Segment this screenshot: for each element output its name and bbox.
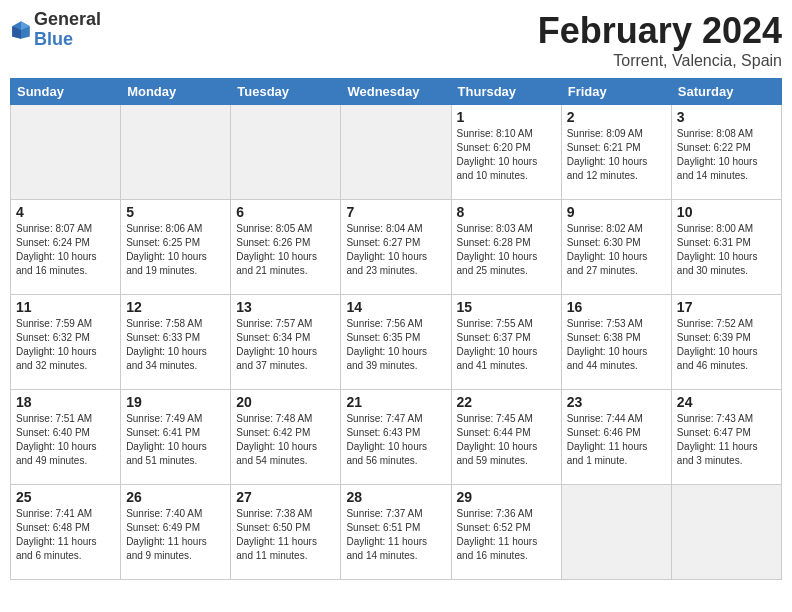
cell-info: Sunrise: 7:59 AM Sunset: 6:32 PM Dayligh… xyxy=(16,317,115,373)
day-number: 6 xyxy=(236,204,335,220)
cell-info: Sunrise: 7:53 AM Sunset: 6:38 PM Dayligh… xyxy=(567,317,666,373)
logo-blue-text: Blue xyxy=(34,29,73,49)
day-number: 26 xyxy=(126,489,225,505)
day-number: 21 xyxy=(346,394,445,410)
cal-cell xyxy=(11,105,121,200)
day-number: 12 xyxy=(126,299,225,315)
cal-cell xyxy=(671,485,781,580)
cal-cell: 11Sunrise: 7:59 AM Sunset: 6:32 PM Dayli… xyxy=(11,295,121,390)
cell-info: Sunrise: 7:43 AM Sunset: 6:47 PM Dayligh… xyxy=(677,412,776,468)
week-row-1: 4Sunrise: 8:07 AM Sunset: 6:24 PM Daylig… xyxy=(11,200,782,295)
cal-cell: 21Sunrise: 7:47 AM Sunset: 6:43 PM Dayli… xyxy=(341,390,451,485)
cal-cell: 4Sunrise: 8:07 AM Sunset: 6:24 PM Daylig… xyxy=(11,200,121,295)
cal-cell: 9Sunrise: 8:02 AM Sunset: 6:30 PM Daylig… xyxy=(561,200,671,295)
day-number: 17 xyxy=(677,299,776,315)
cell-info: Sunrise: 8:10 AM Sunset: 6:20 PM Dayligh… xyxy=(457,127,556,183)
cal-cell: 29Sunrise: 7:36 AM Sunset: 6:52 PM Dayli… xyxy=(451,485,561,580)
cal-cell xyxy=(561,485,671,580)
cal-cell: 27Sunrise: 7:38 AM Sunset: 6:50 PM Dayli… xyxy=(231,485,341,580)
day-number: 20 xyxy=(236,394,335,410)
cal-cell xyxy=(121,105,231,200)
day-number: 29 xyxy=(457,489,556,505)
day-number: 1 xyxy=(457,109,556,125)
cal-cell: 19Sunrise: 7:49 AM Sunset: 6:41 PM Dayli… xyxy=(121,390,231,485)
cell-info: Sunrise: 7:45 AM Sunset: 6:44 PM Dayligh… xyxy=(457,412,556,468)
day-header-monday: Monday xyxy=(121,79,231,105)
cell-info: Sunrise: 8:05 AM Sunset: 6:26 PM Dayligh… xyxy=(236,222,335,278)
days-header-row: SundayMondayTuesdayWednesdayThursdayFrid… xyxy=(11,79,782,105)
cal-cell: 25Sunrise: 7:41 AM Sunset: 6:48 PM Dayli… xyxy=(11,485,121,580)
week-row-4: 25Sunrise: 7:41 AM Sunset: 6:48 PM Dayli… xyxy=(11,485,782,580)
day-number: 15 xyxy=(457,299,556,315)
cal-cell: 2Sunrise: 8:09 AM Sunset: 6:21 PM Daylig… xyxy=(561,105,671,200)
cell-info: Sunrise: 7:58 AM Sunset: 6:33 PM Dayligh… xyxy=(126,317,225,373)
cal-cell: 3Sunrise: 8:08 AM Sunset: 6:22 PM Daylig… xyxy=(671,105,781,200)
day-header-tuesday: Tuesday xyxy=(231,79,341,105)
cal-cell: 17Sunrise: 7:52 AM Sunset: 6:39 PM Dayli… xyxy=(671,295,781,390)
day-number: 7 xyxy=(346,204,445,220)
cal-cell: 7Sunrise: 8:04 AM Sunset: 6:27 PM Daylig… xyxy=(341,200,451,295)
week-row-0: 1Sunrise: 8:10 AM Sunset: 6:20 PM Daylig… xyxy=(11,105,782,200)
day-number: 3 xyxy=(677,109,776,125)
cal-cell: 5Sunrise: 8:06 AM Sunset: 6:25 PM Daylig… xyxy=(121,200,231,295)
cell-info: Sunrise: 7:57 AM Sunset: 6:34 PM Dayligh… xyxy=(236,317,335,373)
cal-cell: 20Sunrise: 7:48 AM Sunset: 6:42 PM Dayli… xyxy=(231,390,341,485)
cell-info: Sunrise: 7:36 AM Sunset: 6:52 PM Dayligh… xyxy=(457,507,556,563)
day-header-wednesday: Wednesday xyxy=(341,79,451,105)
day-header-saturday: Saturday xyxy=(671,79,781,105)
day-number: 14 xyxy=(346,299,445,315)
day-number: 27 xyxy=(236,489,335,505)
calendar-table: SundayMondayTuesdayWednesdayThursdayFrid… xyxy=(10,78,782,580)
day-number: 11 xyxy=(16,299,115,315)
cell-info: Sunrise: 7:38 AM Sunset: 6:50 PM Dayligh… xyxy=(236,507,335,563)
cal-cell: 1Sunrise: 8:10 AM Sunset: 6:20 PM Daylig… xyxy=(451,105,561,200)
day-number: 8 xyxy=(457,204,556,220)
day-number: 13 xyxy=(236,299,335,315)
cal-cell: 16Sunrise: 7:53 AM Sunset: 6:38 PM Dayli… xyxy=(561,295,671,390)
cell-info: Sunrise: 8:04 AM Sunset: 6:27 PM Dayligh… xyxy=(346,222,445,278)
page: General Blue February 2024 Torrent, Vale… xyxy=(0,0,792,590)
cal-cell: 15Sunrise: 7:55 AM Sunset: 6:37 PM Dayli… xyxy=(451,295,561,390)
cell-info: Sunrise: 8:02 AM Sunset: 6:30 PM Dayligh… xyxy=(567,222,666,278)
cell-info: Sunrise: 8:09 AM Sunset: 6:21 PM Dayligh… xyxy=(567,127,666,183)
cell-info: Sunrise: 8:06 AM Sunset: 6:25 PM Dayligh… xyxy=(126,222,225,278)
cell-info: Sunrise: 7:55 AM Sunset: 6:37 PM Dayligh… xyxy=(457,317,556,373)
day-number: 16 xyxy=(567,299,666,315)
day-number: 28 xyxy=(346,489,445,505)
day-number: 19 xyxy=(126,394,225,410)
day-number: 9 xyxy=(567,204,666,220)
cal-cell: 12Sunrise: 7:58 AM Sunset: 6:33 PM Dayli… xyxy=(121,295,231,390)
cell-info: Sunrise: 8:07 AM Sunset: 6:24 PM Dayligh… xyxy=(16,222,115,278)
subtitle: Torrent, Valencia, Spain xyxy=(538,52,782,70)
cal-cell: 14Sunrise: 7:56 AM Sunset: 6:35 PM Dayli… xyxy=(341,295,451,390)
cell-info: Sunrise: 7:51 AM Sunset: 6:40 PM Dayligh… xyxy=(16,412,115,468)
cal-cell: 24Sunrise: 7:43 AM Sunset: 6:47 PM Dayli… xyxy=(671,390,781,485)
cell-info: Sunrise: 7:47 AM Sunset: 6:43 PM Dayligh… xyxy=(346,412,445,468)
cell-info: Sunrise: 7:56 AM Sunset: 6:35 PM Dayligh… xyxy=(346,317,445,373)
cell-info: Sunrise: 8:00 AM Sunset: 6:31 PM Dayligh… xyxy=(677,222,776,278)
logo-icon xyxy=(10,19,32,41)
day-header-sunday: Sunday xyxy=(11,79,121,105)
header: General Blue February 2024 Torrent, Vale… xyxy=(10,10,782,70)
cell-info: Sunrise: 7:41 AM Sunset: 6:48 PM Dayligh… xyxy=(16,507,115,563)
cal-cell: 22Sunrise: 7:45 AM Sunset: 6:44 PM Dayli… xyxy=(451,390,561,485)
week-row-2: 11Sunrise: 7:59 AM Sunset: 6:32 PM Dayli… xyxy=(11,295,782,390)
cal-cell: 26Sunrise: 7:40 AM Sunset: 6:49 PM Dayli… xyxy=(121,485,231,580)
day-header-friday: Friday xyxy=(561,79,671,105)
cell-info: Sunrise: 7:49 AM Sunset: 6:41 PM Dayligh… xyxy=(126,412,225,468)
cell-info: Sunrise: 8:03 AM Sunset: 6:28 PM Dayligh… xyxy=(457,222,556,278)
main-title: February 2024 xyxy=(538,10,782,52)
day-number: 25 xyxy=(16,489,115,505)
cell-info: Sunrise: 7:44 AM Sunset: 6:46 PM Dayligh… xyxy=(567,412,666,468)
cal-cell: 18Sunrise: 7:51 AM Sunset: 6:40 PM Dayli… xyxy=(11,390,121,485)
cal-cell: 8Sunrise: 8:03 AM Sunset: 6:28 PM Daylig… xyxy=(451,200,561,295)
logo-general-text: General xyxy=(34,9,101,29)
cell-info: Sunrise: 7:37 AM Sunset: 6:51 PM Dayligh… xyxy=(346,507,445,563)
cal-cell: 23Sunrise: 7:44 AM Sunset: 6:46 PM Dayli… xyxy=(561,390,671,485)
week-row-3: 18Sunrise: 7:51 AM Sunset: 6:40 PM Dayli… xyxy=(11,390,782,485)
logo: General Blue xyxy=(10,10,101,50)
cal-cell: 13Sunrise: 7:57 AM Sunset: 6:34 PM Dayli… xyxy=(231,295,341,390)
cell-info: Sunrise: 7:48 AM Sunset: 6:42 PM Dayligh… xyxy=(236,412,335,468)
title-block: February 2024 Torrent, Valencia, Spain xyxy=(538,10,782,70)
day-number: 10 xyxy=(677,204,776,220)
